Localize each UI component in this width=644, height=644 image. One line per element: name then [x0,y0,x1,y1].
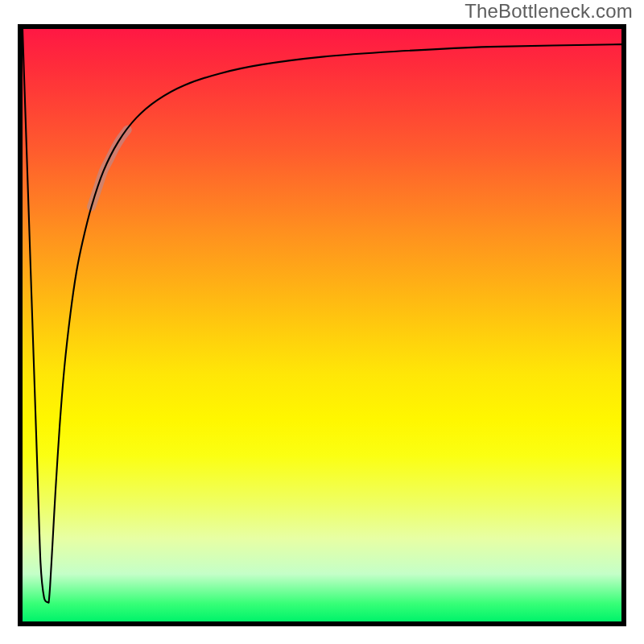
bottleneck-curve [23,29,621,603]
curve-highlight-segment [92,130,128,207]
chart-container: TheBottleneck.com [0,0,644,644]
plot-area [18,24,626,626]
watermark-text: TheBottleneck.com [464,0,633,23]
chart-svg [23,29,621,621]
